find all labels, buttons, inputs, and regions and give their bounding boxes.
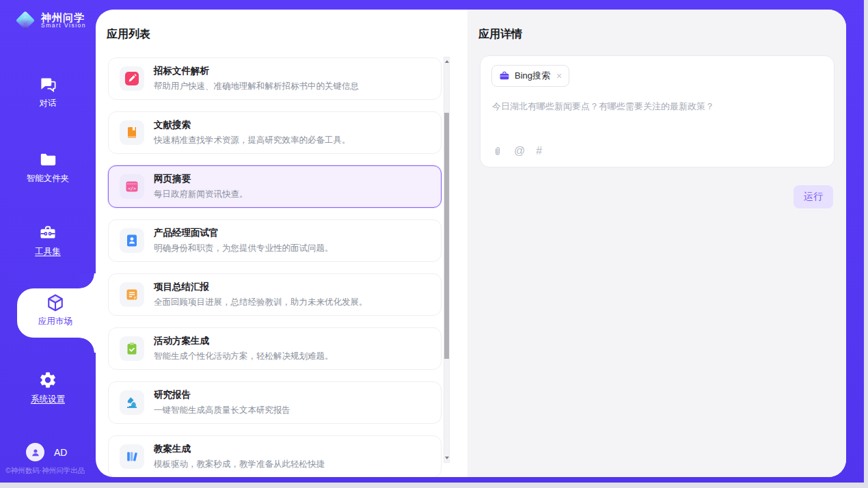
- folder-icon: [39, 150, 57, 169]
- app-card-bid-analysis[interactable]: 招标文件解析 帮助用户快速、准确地理解和解析招标书中的关键信息: [108, 57, 442, 100]
- scrollbar-thumb[interactable]: [444, 113, 449, 359]
- app-name: 教案生成: [154, 443, 325, 455]
- browser-code-icon: </>: [120, 174, 144, 199]
- person-icon: [30, 447, 41, 458]
- app-shell: 神州问学 Smart Vision 对话 智能文件夹 工具集: [0, 0, 864, 483]
- clipboard-check-icon: [120, 336, 144, 361]
- app-card-web-summary[interactable]: </> 网页摘要 每日政府新闻资讯快查。: [108, 165, 442, 208]
- composer-card: Bing搜索 × 今日湖北有哪些新闻要点？有哪些需要关注的最新政策？ @ #: [480, 55, 835, 167]
- sidebar-item-label: 系统设置: [0, 394, 96, 405]
- app-detail-panel: 应用详情 Bing搜索 × 今日湖北有哪些新闻要点？有哪些需要关注的最新政策？: [467, 10, 846, 477]
- person-document-icon: [120, 228, 144, 253]
- sidebar-item-chat[interactable]: 对话: [0, 75, 96, 109]
- brand-logo: 神州问学 Smart Vision: [15, 10, 86, 31]
- bubble-curve-top: [79, 273, 96, 288]
- app-description: 帮助用户快速、准确地理解和解析招标书中的关键信息: [154, 81, 359, 92]
- sidebar-item-settings[interactable]: 系统设置: [0, 370, 96, 405]
- app-name: 网页摘要: [154, 173, 248, 185]
- run-button[interactable]: 运行: [794, 185, 833, 208]
- app-name: 产品经理面试官: [154, 227, 334, 239]
- app-card-project-summary[interactable]: 项目总结汇报 全面回顾项目进展，总结经验教训，助力未来优化发展。: [108, 273, 442, 316]
- mention-icon[interactable]: @: [514, 145, 525, 157]
- sidebar-item-app-market[interactable]: 应用市场: [17, 293, 94, 327]
- avatar: [26, 443, 44, 461]
- app-description: 明确身份和职责，为您提供专业性的面试问题。: [154, 243, 334, 254]
- brand-subtitle: Smart Vision: [41, 23, 86, 29]
- app-name: 活动方案生成: [154, 335, 334, 347]
- app-name: 研究报告: [154, 389, 290, 401]
- attachment-icon[interactable]: [492, 146, 503, 157]
- app-description: 一键智能生成高质量长文本研究报告: [154, 405, 290, 416]
- scrollbar-up-arrow-icon[interactable]: [444, 57, 449, 66]
- sidebar-item-label: 对话: [0, 98, 96, 109]
- brand-diamond-icon: [15, 10, 36, 31]
- sidebar-item-label: 工具集: [0, 246, 96, 258]
- briefcase-icon: [499, 70, 510, 81]
- app-description: 快速精准查找学术资源，提高研究效率的必备工具。: [154, 135, 351, 146]
- toolbox-icon: [38, 223, 57, 242]
- app-description: 每日政府新闻资讯快查。: [154, 189, 248, 200]
- app-card-lesson-plan[interactable]: 教案生成 模板驱动，教案秒成，教学准备从此轻松快捷: [108, 435, 442, 477]
- main-panel: 应用列表 招标文件解析 帮助用户快速、准确地理解和解析招标书中的关键信息 文献搜…: [96, 10, 846, 477]
- app-card-pm-interviewer[interactable]: 产品经理面试官 明确身份和职责，为您提供专业性的面试问题。: [108, 219, 442, 262]
- hashtag-icon[interactable]: #: [536, 145, 542, 157]
- gear-icon: [38, 370, 57, 390]
- book-icon: [120, 120, 144, 145]
- app-list-scrollbar[interactable]: [444, 57, 450, 463]
- app-card-research-report[interactable]: 研究报告 一键智能生成高质量长文本研究报告: [108, 381, 442, 424]
- user-name: AD: [54, 447, 67, 458]
- app-description: 模板驱动，教案秒成，教学准备从此轻松快捷: [154, 459, 325, 470]
- app-list-title: 应用列表: [107, 27, 150, 42]
- cube-icon: [45, 293, 66, 313]
- chat-icon: [39, 75, 57, 94]
- edit-pen-icon: [120, 66, 144, 91]
- sidebar-item-toolset[interactable]: 工具集: [0, 223, 96, 258]
- query-input[interactable]: 今日湖北有哪些新闻要点？有哪些需要关注的最新政策？: [492, 100, 820, 113]
- svg-text:</>: </>: [128, 186, 136, 191]
- copyright-text: ©神州数码·神州问学出品: [0, 466, 103, 476]
- sidebar-item-label: 智能文件夹: [0, 173, 96, 185]
- app-detail-title: 应用详情: [478, 27, 522, 42]
- user-account[interactable]: AD: [26, 443, 67, 461]
- bubble-curve-bottom: [79, 338, 96, 353]
- app-card-literature-search[interactable]: 文献搜索 快速精准查找学术资源，提高研究效率的必备工具。: [108, 111, 442, 154]
- app-description: 全面回顾项目进展，总结经验教训，助力未来优化发展。: [154, 297, 368, 308]
- tag-close-icon[interactable]: ×: [556, 71, 562, 81]
- sidebar-item-smart-folders[interactable]: 智能文件夹: [0, 150, 96, 185]
- app-name: 项目总结汇报: [154, 281, 368, 293]
- scrollbar-down-arrow-icon[interactable]: [444, 454, 449, 462]
- tool-tag-bing-search[interactable]: Bing搜索 ×: [491, 65, 569, 87]
- app-description: 智能生成个性化活动方案，轻松解决规划难题。: [154, 351, 334, 362]
- microscope-icon: [120, 390, 144, 415]
- sidebar-item-label: 应用市场: [17, 316, 94, 327]
- app-name: 招标文件解析: [154, 65, 359, 77]
- app-card-event-plan[interactable]: 活动方案生成 智能生成个性化活动方案，轻松解决规划难题。: [108, 327, 442, 370]
- sticky-note-icon: [120, 282, 144, 307]
- app-name: 文献搜索: [154, 119, 351, 131]
- brand-name: 神州问学: [41, 12, 86, 23]
- tool-tag-label: Bing搜索: [515, 70, 550, 82]
- books-icon: [120, 444, 144, 469]
